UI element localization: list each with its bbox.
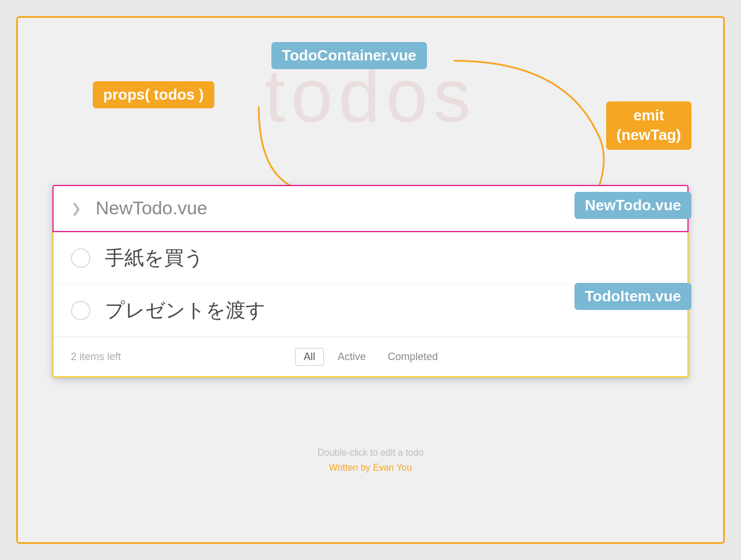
badge-todo-container: TodoContainer.vue — [271, 42, 427, 69]
chevron-icon: ❯ — [71, 201, 81, 216]
badge-emit: emit(newTag) — [606, 101, 691, 150]
todo-label-1: 手紙を買う — [105, 245, 204, 271]
written-by: Written by Evan You — [18, 463, 723, 473]
items-left-count: 2 items left — [71, 351, 221, 363]
footer-row: 2 items left All Active Completed — [54, 337, 687, 376]
filter-all-button[interactable]: All — [295, 348, 324, 366]
filter-active-button[interactable]: Active — [330, 349, 374, 365]
todo-checkbox-1[interactable] — [71, 248, 90, 268]
new-todo-input-label: NewTodo.vue — [96, 198, 207, 219]
badge-todo-item: TodoItem.vue — [574, 283, 691, 310]
table-row: 手紙を買う — [54, 232, 687, 285]
bottom-hint-area: Double-click to edit a todo Written by E… — [18, 448, 723, 473]
written-by-prefix: Written by — [329, 463, 373, 472]
outer-border: todos TodoContainer.vue props( todos ) e… — [16, 16, 725, 544]
hint-text: Double-click to edit a todo — [18, 448, 723, 458]
todo-label-2: プレゼントを渡す — [105, 297, 266, 324]
todo-checkbox-2[interactable] — [71, 301, 90, 320]
badge-props: props( todos ) — [93, 81, 214, 108]
badge-new-todo: NewTodo.vue — [574, 192, 691, 219]
author-name: Evan You — [373, 463, 412, 472]
filter-buttons: All Active Completed — [221, 348, 520, 366]
filter-completed-button[interactable]: Completed — [380, 349, 446, 365]
